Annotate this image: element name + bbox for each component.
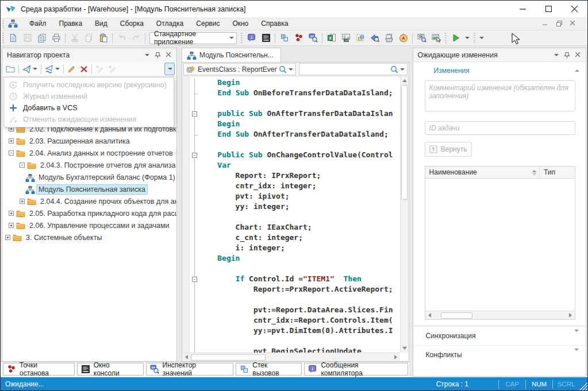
checkin-button[interactable] [106, 63, 119, 75]
mdi-restore-button[interactable] [556, 21, 570, 26]
layers-button[interactable] [353, 32, 367, 45]
search-object-button[interactable] [367, 32, 382, 45]
member-combobox[interactable]: EventsClass : ReportEvents [183, 63, 296, 75]
bottom-tab[interactable]: Стек вызовов [236, 363, 302, 375]
new-document-button[interactable] [6, 32, 20, 45]
open-folder-button[interactable] [4, 63, 17, 75]
scroll-right-button[interactable] [391, 353, 400, 362]
scrollbar-thumb[interactable] [191, 354, 266, 361]
editor-tab[interactable]: Модуль Пояснительн... [182, 48, 281, 62]
fold-margin[interactable] [190, 305, 199, 316]
changes-section-header[interactable]: Изменения [413, 62, 586, 79]
menu-файл[interactable]: Файл [23, 18, 53, 29]
chevron-down-icon[interactable] [574, 351, 579, 359]
fold-margin[interactable] [190, 233, 199, 243]
fold-margin[interactable] [190, 223, 199, 233]
close-button[interactable] [562, 1, 587, 17]
export-excel-button[interactable]: X [324, 32, 339, 45]
scroll-left-button[interactable] [425, 311, 434, 320]
tree-expander-icon[interactable]: + [9, 138, 14, 144]
redo-button[interactable] [129, 32, 143, 45]
grid-horizontal-scrollbar[interactable] [425, 311, 575, 319]
panel-menu-dropdown[interactable] [551, 50, 562, 60]
delete-button[interactable] [78, 63, 90, 75]
run-button[interactable] [448, 32, 463, 45]
navigator-compass-button[interactable] [396, 32, 410, 45]
fold-margin[interactable] [190, 336, 199, 347]
bottom-tab[interactable]: Окно консоли [77, 363, 144, 375]
vcs-menu-dropdown[interactable] [164, 63, 175, 75]
undo-button[interactable] [114, 32, 129, 45]
tree-expander-icon[interactable]: - [9, 150, 14, 156]
call-stack-button[interactable] [277, 32, 291, 45]
fold-collapse-icon[interactable]: - [192, 111, 197, 117]
panel-close-button[interactable] [572, 50, 583, 60]
vcs-menu-item[interactable]: Добавить в VCS [4, 102, 174, 114]
fold-margin[interactable]: - [190, 274, 199, 285]
change-comment-input[interactable] [425, 80, 575, 111]
scroll-left-button[interactable] [182, 353, 191, 362]
grid-body[interactable] [425, 179, 575, 311]
vcs-menu-item[interactable]: Отменить ожидающие изменения [4, 114, 174, 125]
menu-вид[interactable]: Вид [89, 18, 114, 29]
toolbar-grip[interactable] [473, 32, 476, 44]
column-header-name[interactable]: Наименование [425, 168, 539, 176]
fold-margin[interactable] [190, 88, 199, 99]
menu-окно[interactable]: Окно [226, 18, 255, 29]
toolbar-grip[interactable] [444, 32, 447, 44]
fold-margin[interactable] [190, 295, 199, 305]
copy-button[interactable] [82, 32, 96, 45]
menu-отладка[interactable]: Отладка [150, 18, 190, 29]
publish-button[interactable] [21, 63, 39, 75]
application-type-combobox[interactable]: Стандартное приложение [149, 32, 237, 44]
tree-expander-icon[interactable]: + [5, 235, 10, 240]
tree-expander-icon[interactable]: + [20, 199, 25, 204]
code-area[interactable]: Begin End Sub OnBeforeTransferDataDataIs… [182, 76, 409, 362]
fold-margin[interactable]: - [190, 150, 199, 161]
bottom-tab[interactable]: Точки останова [3, 363, 75, 375]
chevron-down-icon[interactable] [574, 332, 579, 340]
fold-margin[interactable] [190, 78, 199, 88]
fold-margin[interactable] [190, 285, 199, 295]
task-id-input[interactable] [425, 121, 575, 135]
console-window-button[interactable] [259, 32, 273, 45]
resize-grip[interactable] [579, 377, 587, 391]
tree-item[interactable]: +2.04.4. Создание прочих объектов для ан… [2, 195, 176, 207]
toolbar-overflow-dropdown[interactable] [477, 32, 486, 45]
pin-icon[interactable] [152, 50, 163, 60]
editor-horizontal-scrollbar[interactable] [182, 353, 400, 361]
menu-сборка[interactable]: Сборка [114, 18, 150, 29]
scrollbar-thumb[interactable] [401, 85, 408, 200]
save-button[interactable] [20, 32, 34, 45]
run-options-dropdown[interactable] [463, 32, 472, 45]
fold-margin[interactable] [190, 192, 199, 202]
column-header-type[interactable]: Тип [539, 167, 575, 178]
vcs-menu-item[interactable]: Журнал изменений [4, 91, 174, 102]
fold-margin[interactable] [190, 181, 199, 192]
tree-item[interactable]: +2.05. Разработка прикладного кода для р… [2, 207, 176, 219]
fold-collapse-icon[interactable]: - [192, 277, 197, 282]
bottom-tab[interactable]: x=Инспектор значений [146, 363, 234, 375]
fold-margin[interactable] [190, 130, 199, 140]
revert-button[interactable]: Вернуть [425, 142, 472, 157]
menu-сервис[interactable]: Сервис [190, 18, 226, 29]
toolbar-grip[interactable] [2, 32, 5, 44]
tree-item[interactable]: Модуль Бухгалтерский баланс (Форма 1) [2, 171, 176, 183]
fold-margin[interactable] [190, 316, 199, 326]
fold-margin[interactable] [190, 99, 199, 109]
collapse-icon[interactable] [575, 69, 580, 72]
value-inspector-button[interactable]: x= [306, 32, 320, 45]
minimize-button[interactable] [510, 1, 536, 17]
tree-item[interactable]: Модуль Пояснительная записка [2, 183, 176, 195]
dialog-pointer-button[interactable] [429, 32, 443, 45]
fold-margin[interactable] [190, 161, 199, 171]
checkout-button[interactable] [94, 63, 106, 75]
scroll-down-button[interactable] [401, 344, 409, 353]
fold-margin[interactable] [190, 212, 199, 223]
tree-item[interactable]: +3. Системные объекты [2, 231, 176, 243]
bottom-tab[interactable]: iСообщения компилятора [304, 363, 408, 375]
cut-button[interactable] [67, 32, 82, 45]
fold-margin[interactable] [190, 171, 199, 181]
panel-menu-dropdown[interactable] [141, 50, 152, 60]
pin-icon[interactable] [562, 50, 572, 60]
